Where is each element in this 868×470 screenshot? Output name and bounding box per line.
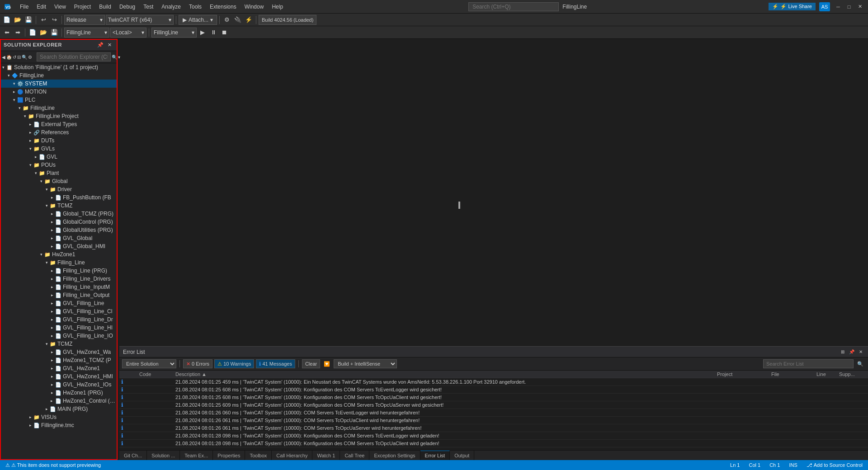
- status-col[interactable]: Col 1: [747, 462, 762, 468]
- tree-arrow[interactable]: ▾: [16, 106, 23, 110]
- tree-arrow[interactable]: ▸: [49, 285, 55, 289]
- live-share-button[interactable]: ⚡ ⚡ Live Share: [769, 3, 816, 10]
- panel-float-btn[interactable]: ⊞: [839, 348, 846, 356]
- tree-item[interactable]: ▾📁HwZone1: [0, 250, 117, 258]
- tree-item[interactable]: ▸📄HwZone1_Control (PR: [0, 397, 117, 405]
- user-avatar[interactable]: AS: [819, 2, 830, 11]
- tree-item[interactable]: ▸📄GlobalControl (PRG): [0, 218, 117, 226]
- tree-item[interactable]: ▾📁FillingLine Project: [0, 112, 117, 120]
- tree-arrow[interactable]: ▸: [27, 415, 33, 419]
- filter-icon-btn[interactable]: 🔽: [322, 359, 332, 369]
- tree-item[interactable]: ▸📄Filling_Line_InputM: [0, 283, 117, 291]
- menu-project[interactable]: Project: [71, 2, 94, 12]
- menu-help[interactable]: Help: [268, 2, 287, 12]
- bottom-tab-call-hierarchy[interactable]: Call Hierarchy: [272, 451, 312, 460]
- platform-dropdown[interactable]: TwinCAT RT (x64) ▾: [106, 15, 174, 25]
- tree-item[interactable]: ▸📄External Types: [0, 120, 117, 128]
- menu-analyze[interactable]: Analyze: [158, 2, 184, 12]
- tree-item[interactable]: ▸🔵MOTION: [0, 88, 117, 96]
- tree-arrow[interactable]: ▾: [43, 187, 50, 192]
- tb2-btn2[interactable]: ➡: [13, 28, 23, 38]
- se-close-btn[interactable]: ✕: [105, 41, 113, 49]
- menu-view[interactable]: View: [51, 2, 70, 12]
- error-row[interactable]: ℹ 21.08.2024 08:01:25 609 ms | 'TwinCAT …: [119, 401, 868, 409]
- target-dropdown[interactable]: FillingLine ▾: [64, 28, 109, 38]
- tree-item[interactable]: ▸📄GVL_Filling_Line_HI: [0, 324, 117, 332]
- tree-item[interactable]: ▸🔗References: [0, 128, 117, 136]
- build-filter-select[interactable]: Build + IntelliSense: [334, 359, 397, 368]
- tree-item[interactable]: ▾📁Driver: [0, 185, 117, 193]
- redo-btn[interactable]: ↪: [49, 15, 59, 25]
- open-file-btn[interactable]: 📂: [13, 15, 23, 25]
- tree-arrow[interactable]: ▸: [27, 122, 33, 127]
- error-row[interactable]: ℹ 21.08.2024 08:01:25 459 ms | 'TwinCAT …: [119, 378, 868, 386]
- tree-arrow[interactable]: ▾: [43, 203, 50, 208]
- search-solution-btn[interactable]: 🔍: [112, 52, 117, 62]
- error-row[interactable]: ℹ 21.08.2024 08:01:28 098 ms | 'TwinCAT …: [119, 432, 868, 440]
- col-code[interactable]: Code: [139, 371, 175, 377]
- tree-arrow[interactable]: ▸: [49, 399, 55, 403]
- menu-extensions[interactable]: Extensions: [206, 2, 240, 12]
- tree-arrow[interactable]: ▸: [49, 293, 55, 297]
- tb2-save[interactable]: 💾: [49, 28, 59, 38]
- se-collapse-btn[interactable]: ⊟: [17, 52, 21, 62]
- tree-arrow[interactable]: ▸: [49, 236, 55, 240]
- tree-item[interactable]: ▸📄Global_TCMZ (PRG): [0, 210, 117, 218]
- tree-arrow[interactable]: ▾: [11, 98, 17, 102]
- search-error-btn[interactable]: 🔍: [855, 359, 865, 369]
- se-refresh-btn[interactable]: ↺: [13, 52, 16, 62]
- menu-tools[interactable]: Tools: [185, 2, 205, 12]
- tree-arrow[interactable]: ▾: [22, 114, 28, 118]
- tree-arrow[interactable]: ▸: [49, 317, 55, 322]
- tree-arrow[interactable]: ▾: [43, 342, 50, 346]
- tree-item[interactable]: ▸📄GlobalUtilities (PRG): [0, 226, 117, 234]
- tree-item[interactable]: ▸📄MAIN (PRG): [0, 405, 117, 413]
- undo-btn[interactable]: ↩: [38, 15, 48, 25]
- tree-arrow[interactable]: ▾: [11, 81, 17, 86]
- menu-file[interactable]: File: [16, 2, 32, 12]
- bottom-tab-error-list[interactable]: Error List: [420, 451, 450, 460]
- tree-item[interactable]: ▸📄GVL_Filling_Line: [0, 299, 117, 307]
- bottom-tab-output[interactable]: Output: [450, 451, 474, 460]
- col-project[interactable]: Project: [717, 371, 771, 377]
- errors-filter-btn[interactable]: ✕ 0 Errors: [183, 359, 212, 368]
- tree-arrow[interactable]: ▸: [49, 390, 55, 395]
- tree-item[interactable]: ▸📄GVL_Filling_Line_Cl: [0, 307, 117, 315]
- clear-btn[interactable]: Clear: [302, 359, 320, 368]
- tree-item[interactable]: ▾📁Plant: [0, 169, 117, 177]
- tree-item[interactable]: ▾📁TCMZ: [0, 202, 117, 210]
- tree-arrow[interactable]: ▾: [0, 65, 6, 70]
- release-dropdown[interactable]: Release ▾: [64, 15, 105, 25]
- tree-item[interactable]: ▸📄Filling_Line_Output: [0, 291, 117, 299]
- se-home-btn[interactable]: 🏠: [6, 52, 12, 62]
- search-error-input[interactable]: [763, 359, 854, 368]
- tree-arrow[interactable]: ▸: [27, 138, 33, 143]
- col-supp[interactable]: Supp...: [839, 371, 866, 377]
- warnings-filter-btn[interactable]: ⚠ 10 Warnings: [214, 359, 254, 368]
- tree-item[interactable]: ▸📄GVL_Global: [0, 234, 117, 242]
- menu-build[interactable]: Build: [95, 2, 115, 12]
- menu-window[interactable]: Window: [241, 2, 268, 12]
- tree-item[interactable]: ▸📄Filling_Line (PRG): [0, 267, 117, 275]
- restore-button[interactable]: □: [844, 2, 854, 11]
- tree-item[interactable]: ▾📁Global: [0, 177, 117, 185]
- tb2-new[interactable]: 📄: [28, 28, 38, 38]
- tree-arrow[interactable]: ▸: [49, 277, 55, 281]
- menu-debug[interactable]: Debug: [116, 2, 139, 12]
- add-to-source-control[interactable]: ⎇ Add to Source Control: [805, 462, 864, 468]
- close-button[interactable]: ✕: [855, 2, 864, 11]
- col-line[interactable]: Line: [816, 371, 839, 377]
- tree-item[interactable]: ▾📁FillingLine: [0, 104, 117, 112]
- tree-item[interactable]: ▸📄FB_PushButton (FB: [0, 193, 117, 202]
- status-notification[interactable]: ⚠ ⚠ This item does not support previewin…: [4, 462, 103, 468]
- tree-arrow[interactable]: ▾: [33, 171, 39, 175]
- tb2-extra1[interactable]: ▶: [198, 28, 208, 38]
- tree-item[interactable]: ▾📋Solution 'FillingLine' (1 of 1 project…: [0, 63, 117, 71]
- attach-button[interactable]: ▶ Attach... ▾: [179, 15, 217, 25]
- tree-arrow[interactable]: ▸: [49, 350, 55, 354]
- tree-arrow[interactable]: ▾: [27, 146, 33, 151]
- tree-item[interactable]: ▾🔷FillingLine: [0, 71, 117, 80]
- tree-arrow[interactable]: ▸: [27, 423, 33, 428]
- tree-item[interactable]: ▸📄GVL_HwZone1_IOs: [0, 381, 117, 389]
- gear-btn[interactable]: ⚙: [222, 15, 232, 25]
